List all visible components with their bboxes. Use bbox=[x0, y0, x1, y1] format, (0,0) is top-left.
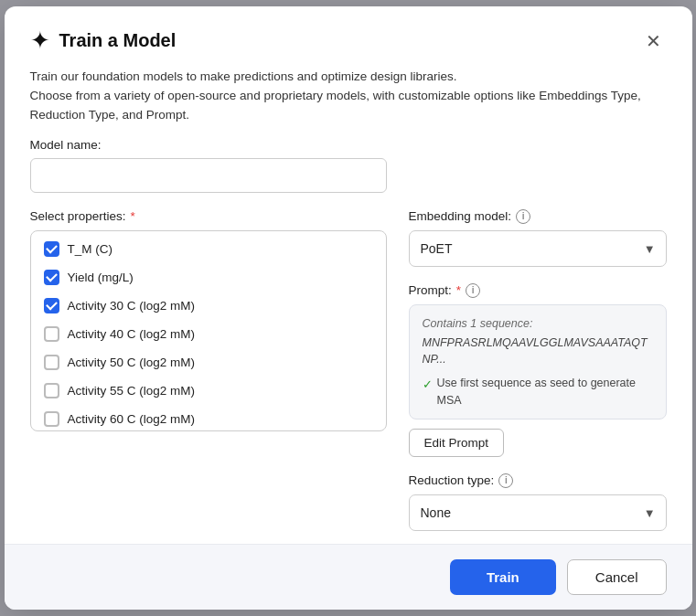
properties-label: Select properties: * bbox=[30, 209, 387, 223]
modal-title: Train a Model bbox=[59, 30, 631, 51]
reduction-info-icon[interactable]: i bbox=[498, 473, 513, 488]
reduction-select[interactable]: NoneMeanSum bbox=[409, 494, 667, 531]
checkbox[interactable] bbox=[44, 241, 59, 257]
description-line2: Choose from a variety of open-source and… bbox=[30, 87, 667, 125]
list-item[interactable]: Activity 40 C (log2 mM) bbox=[31, 320, 386, 348]
modal-header: ✦ Train a Model ✕ bbox=[5, 6, 692, 64]
checkbox[interactable] bbox=[44, 383, 59, 398]
checkbox[interactable] bbox=[44, 270, 59, 285]
property-label: Yield (mg/L) bbox=[68, 271, 134, 284]
prompt-info-icon[interactable]: i bbox=[466, 283, 480, 298]
reduction-select-wrapper: NoneMeanSum ▼ bbox=[409, 494, 667, 531]
list-item[interactable]: Activity 50 C (log2 mM) bbox=[31, 348, 386, 377]
prompt-label: Prompt: * i bbox=[409, 283, 667, 298]
description-line1: Train our foundation models to make pred… bbox=[30, 68, 667, 87]
prompt-required-star: * bbox=[456, 283, 461, 297]
property-label: Activity 55 C (log2 mM) bbox=[68, 384, 196, 398]
train-model-modal: ✦ Train a Model ✕ Train our foundation m… bbox=[5, 6, 692, 610]
prompt-seq-label: Contains 1 sequence: bbox=[423, 315, 653, 333]
train-button[interactable]: Train bbox=[450, 559, 556, 595]
prompt-seed-text: Use first sequence as seed to generate M… bbox=[437, 375, 653, 409]
list-item[interactable]: Activity 55 C (log2 mM) bbox=[31, 377, 386, 405]
list-item[interactable]: Activity 30 C (log2 mM) bbox=[31, 292, 386, 320]
two-col-layout: Select properties: * T_M (C)Yield (mg/L)… bbox=[30, 209, 667, 544]
property-label: Activity 60 C (log2 mM) bbox=[68, 412, 196, 426]
list-item[interactable]: T_M (C) bbox=[31, 235, 386, 263]
model-name-input[interactable] bbox=[30, 158, 387, 193]
required-star: * bbox=[131, 209, 135, 223]
property-label: Activity 40 C (log2 mM) bbox=[68, 327, 196, 341]
prompt-box: Contains 1 sequence: MNFPRASRLMQAAVLGGLM… bbox=[409, 304, 667, 420]
list-item[interactable]: Activity 60 C (log2 mM) bbox=[31, 405, 386, 431]
reduction-label: Reduction type: i bbox=[409, 473, 667, 488]
embedding-select[interactable]: PoETESM-2ESM-1v bbox=[409, 230, 667, 267]
checkbox[interactable] bbox=[44, 355, 59, 370]
edit-prompt-button[interactable]: Edit Prompt bbox=[409, 429, 505, 457]
list-item[interactable]: Yield (mg/L) bbox=[31, 263, 386, 292]
modal-footer: Train Cancel bbox=[5, 544, 692, 610]
property-label: Activity 30 C (log2 mM) bbox=[68, 299, 196, 313]
prompt-seq-value: MNFPRASRLMQAAVLGGLMAVSAAATAQTNP... bbox=[423, 335, 653, 369]
embedding-label: Embedding model: i bbox=[409, 209, 667, 224]
property-label: Activity 50 C (log2 mM) bbox=[68, 356, 196, 369]
modal-body: Model name: Select properties: * T_M (C)… bbox=[5, 138, 692, 544]
sparkle-icon: ✦ bbox=[30, 27, 50, 55]
cancel-button[interactable]: Cancel bbox=[567, 559, 667, 595]
checkbox[interactable] bbox=[44, 411, 59, 427]
modal-overlay: ✦ Train a Model ✕ Train our foundation m… bbox=[0, 0, 696, 616]
prompt-seed: ✓ Use first sequence as seed to generate… bbox=[423, 375, 653, 409]
properties-column: Select properties: * T_M (C)Yield (mg/L)… bbox=[30, 209, 387, 431]
model-name-label: Model name: bbox=[30, 138, 667, 152]
checkbox[interactable] bbox=[44, 326, 59, 342]
close-button[interactable]: ✕ bbox=[640, 30, 667, 52]
right-column: Embedding model: i PoETESM-2ESM-1v ▼ Pro… bbox=[409, 209, 667, 544]
properties-list[interactable]: T_M (C)Yield (mg/L)Activity 30 C (log2 m… bbox=[30, 230, 387, 431]
embedding-select-wrapper: PoETESM-2ESM-1v ▼ bbox=[409, 230, 667, 267]
modal-description: Train our foundation models to make pred… bbox=[5, 64, 692, 138]
checkmark-icon: ✓ bbox=[423, 376, 433, 394]
embedding-info-icon[interactable]: i bbox=[516, 209, 530, 224]
property-label: T_M (C) bbox=[68, 242, 113, 256]
checkbox[interactable] bbox=[44, 298, 59, 313]
